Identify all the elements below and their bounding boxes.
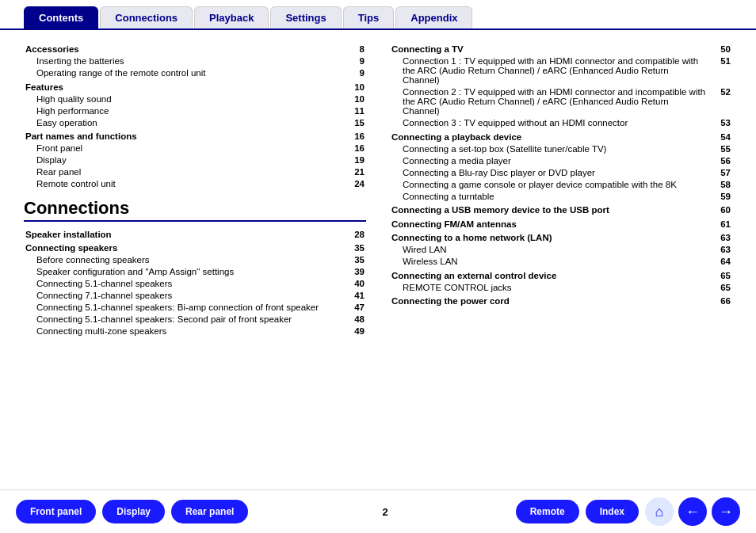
item-page: 11 xyxy=(342,105,366,116)
toc-item-conn3-tv: Connection 3 : TV equipped without an HD… xyxy=(390,117,732,129)
item-label: Before connecting speakers xyxy=(24,254,342,266)
section-label: Connecting FM/AM antennas xyxy=(390,216,708,230)
toc-item-5-1-channel: Connecting 5.1-channel speakers 40 xyxy=(24,278,366,290)
toc-item-remote-control-jacks: REMOTE CONTROL jacks 65 xyxy=(390,281,732,293)
left-column: Accessories 8 Inserting the batteries 9 … xyxy=(24,41,366,432)
tab-appendix[interactable]: Appendix xyxy=(395,6,472,29)
toc-section-fmam: Connecting FM/AM antennas 61 xyxy=(390,216,732,230)
toc-item-wired-lan: Wired LAN 63 xyxy=(390,244,732,256)
tab-tips[interactable]: Tips xyxy=(343,6,395,29)
toc-connections: Speaker installation 28 Connecting speak… xyxy=(24,227,366,337)
back-button[interactable]: ← xyxy=(678,497,707,526)
item-page: 48 xyxy=(342,314,366,326)
toc-item-5-1-second-pair: Connecting 5.1-channel speakers: Second … xyxy=(24,314,366,326)
section-label: Accessories xyxy=(24,41,342,55)
item-page: 40 xyxy=(342,278,366,290)
section-page: 10 xyxy=(342,79,366,93)
toc-section-lan: Connecting to a home network (LAN) 63 xyxy=(390,230,732,244)
item-label: Wired LAN xyxy=(390,244,708,256)
tab-connections[interactable]: Connections xyxy=(100,6,193,29)
toc-item-before-connecting: Before connecting speakers 35 xyxy=(24,254,366,266)
section-page: 60 xyxy=(708,202,732,216)
toc-item-rear-panel: Rear panel 21 xyxy=(24,166,366,178)
toc-item-turntable: Connecting a turntable 59 xyxy=(390,190,732,202)
toc-item-bluray-dvd: Connecting a Blu-ray Disc player or DVD … xyxy=(390,166,732,178)
item-label: Connection 3 : TV equipped without an HD… xyxy=(390,117,708,129)
toc-section-features: Features 10 xyxy=(24,79,366,93)
item-page: 57 xyxy=(708,166,732,178)
item-label: Connecting a Blu-ray Disc player or DVD … xyxy=(390,166,708,178)
item-label: Rear panel xyxy=(24,166,342,178)
remote-button[interactable]: Remote xyxy=(516,500,579,523)
toc-section-playback-device: Connecting a playback device 54 xyxy=(390,129,732,143)
toc-item-game-console-8k: Connecting a game console or player devi… xyxy=(390,178,732,190)
section-page: 66 xyxy=(708,293,732,307)
item-label: Speaker configuration and "Amp Assign" s… xyxy=(24,266,342,278)
item-label: Connection 1 : TV equipped with an HDMI … xyxy=(390,55,708,86)
section-page: 63 xyxy=(708,230,732,244)
item-page: 52 xyxy=(708,86,732,117)
item-label: Connection 2 : TV equipped with an HDMI … xyxy=(390,86,708,117)
front-panel-button[interactable]: Front panel xyxy=(16,500,96,523)
section-page: 28 xyxy=(342,227,366,241)
toc-item-set-top-box: Connecting a set-top box (Satellite tune… xyxy=(390,143,732,154)
tab-playback[interactable]: Playback xyxy=(194,6,269,29)
top-navigation: Contents Connections Playback Settings T… xyxy=(0,0,756,30)
toc-item-wireless-lan: Wireless LAN 64 xyxy=(390,256,732,268)
item-label: Inserting the batteries xyxy=(24,55,342,67)
toc-right: Connecting a TV 50 Connection 1 : TV equ… xyxy=(390,41,732,307)
section-label: Part names and functions xyxy=(24,128,342,143)
display-button[interactable]: Display xyxy=(102,500,165,523)
toc-item-multizone: Connecting multi-zone speakers 49 xyxy=(24,326,366,337)
item-page: 24 xyxy=(342,178,366,190)
toc-item-high-quality-sound: High quality sound 10 xyxy=(24,93,366,105)
section-label: Connecting a TV xyxy=(390,41,708,55)
item-page: 35 xyxy=(342,254,366,266)
item-page: 56 xyxy=(708,154,732,166)
section-page: 61 xyxy=(708,216,732,230)
page-number: 2 xyxy=(254,506,515,518)
item-label: Wireless LAN xyxy=(390,256,708,268)
nav-icons: ⌂ ← → xyxy=(645,497,740,526)
item-label: High performance xyxy=(24,105,342,116)
toc-item-display: Display 19 xyxy=(24,154,366,166)
section-label: Connecting the power cord xyxy=(390,293,708,307)
item-page: 55 xyxy=(708,143,732,154)
section-label: Connecting to a home network (LAN) xyxy=(390,230,708,244)
rear-panel-button[interactable]: Rear panel xyxy=(171,500,248,523)
tab-settings[interactable]: Settings xyxy=(270,6,341,29)
item-label: Remote control unit xyxy=(24,178,342,190)
toc-item-high-performance: High performance 11 xyxy=(24,105,366,116)
toc-item-conn2-tv: Connection 2 : TV equipped with an HDMI … xyxy=(390,86,732,117)
toc-section-external-control: Connecting an external control device 65 xyxy=(390,268,732,282)
forward-button[interactable]: → xyxy=(712,497,740,526)
tab-contents[interactable]: Contents xyxy=(24,6,98,29)
item-label: Connecting 7.1-channel speakers xyxy=(24,290,342,302)
item-label: Connecting 5.1-channel speakers: Second … xyxy=(24,314,342,326)
item-page: 47 xyxy=(342,302,366,314)
section-label: Features xyxy=(24,79,342,93)
item-page: 9 xyxy=(342,55,366,67)
item-label: High quality sound xyxy=(24,93,342,105)
item-label: Connecting a media player xyxy=(390,154,708,166)
item-page: 21 xyxy=(342,166,366,178)
item-label: Connecting 5.1-channel speakers xyxy=(24,278,342,290)
item-page: 16 xyxy=(342,143,366,154)
toc-item-easy-operation: Easy operation 15 xyxy=(24,116,366,128)
item-page: 51 xyxy=(708,55,732,86)
item-label: Connecting 5.1-channel speakers: Bi-amp … xyxy=(24,302,342,314)
item-label: Easy operation xyxy=(24,116,342,128)
section-page: 16 xyxy=(342,128,366,143)
home-button[interactable]: ⌂ xyxy=(645,497,674,526)
item-page: 63 xyxy=(708,244,732,256)
item-label: Display xyxy=(24,154,342,166)
section-page: 8 xyxy=(342,41,366,55)
item-page: 59 xyxy=(708,190,732,202)
index-button[interactable]: Index xyxy=(586,500,639,523)
toc-item-front-panel: Front panel 16 xyxy=(24,143,366,154)
toc-item-media-player: Connecting a media player 56 xyxy=(390,154,732,166)
section-page: 50 xyxy=(708,41,732,55)
connections-section-title: Connections xyxy=(24,198,366,222)
toc-section-accessories: Accessories 8 xyxy=(24,41,366,55)
toc-section-usb: Connecting a USB memory device to the US… xyxy=(390,202,732,216)
